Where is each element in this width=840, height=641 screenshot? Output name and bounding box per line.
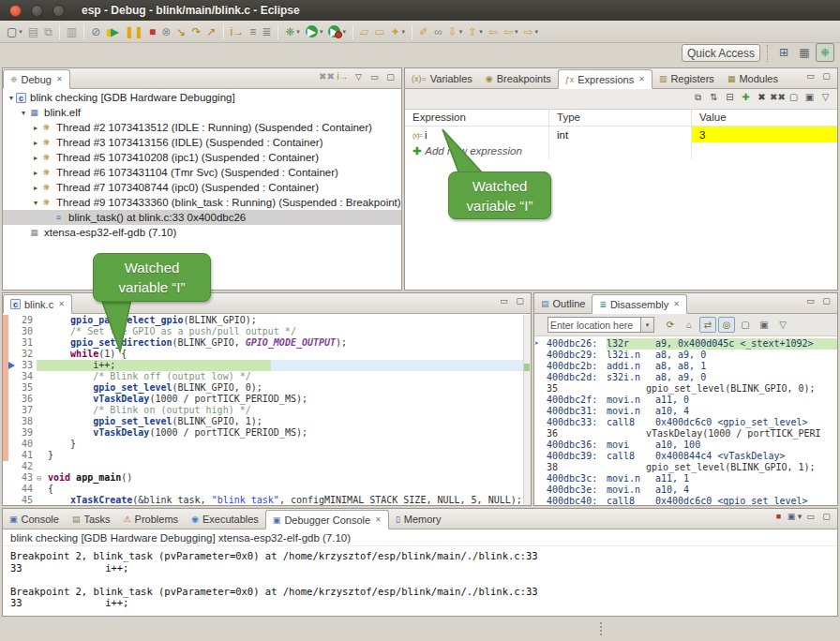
tree-expander-icon[interactable]: ▾: [31, 199, 40, 207]
disassembly-source-line[interactable]: 38gpio_set_level(BLINK_GPIO, 1);: [534, 462, 837, 473]
disassembly-line[interactable]: 400dbc2f:movi.na11, 0: [534, 395, 837, 406]
disconnect-button[interactable]: ⊗: [158, 22, 173, 41]
disassembly-line[interactable]: 400dbc3e:movi.na10, 4: [534, 484, 837, 496]
maximize-icon[interactable]: ▢: [818, 296, 834, 306]
suspend-button[interactable]: ❚❚: [122, 22, 146, 41]
tab-tasks[interactable]: ▤Tasks: [66, 509, 117, 529]
save-all-button[interactable]: ⧉: [41, 22, 55, 41]
code-line[interactable]: 34 /* Blink off (output low) */: [3, 371, 531, 382]
code-line[interactable]: 37 /* Blink on (output high) */: [3, 405, 531, 416]
forward-button[interactable]: ⇨▾: [520, 22, 541, 41]
minimize-icon[interactable]: ▭: [367, 72, 382, 82]
disassembly-line[interactable]: ➤400dbc26:l32ra9, 0x400d045c <_stext+109…: [534, 338, 837, 350]
maximize-icon[interactable]: ▢: [818, 71, 834, 81]
debug-tree-item[interactable]: ▸❋Thread #3 1073413156 (IDLE) (Suspended…: [3, 135, 401, 150]
code-line[interactable]: 45 xTaskCreate(&blink_task, "blink_task"…: [3, 495, 531, 505]
editor-scrollbar[interactable]: [523, 315, 531, 505]
code-line[interactable]: 33 i++;: [3, 360, 531, 371]
tab-blink-c[interactable]: c blink.c ✕: [3, 294, 72, 314]
step-return-button[interactable]: ↗: [203, 22, 218, 41]
vertical-sash[interactable]: [402, 67, 404, 291]
save-button[interactable]: ▤: [25, 22, 41, 41]
tree-expander-icon[interactable]: ▸: [31, 169, 40, 177]
new-view-icon[interactable]: ▢: [786, 92, 802, 103]
next-annotation-button[interactable]: ⇩▾: [445, 22, 466, 41]
run-button[interactable]: ▶▾: [303, 22, 326, 41]
collapse-all-icon[interactable]: ⊟: [722, 92, 738, 103]
tab-debug[interactable]: ❈ Debug ✕: [3, 69, 70, 89]
format-button[interactable]: ✐: [416, 22, 431, 41]
code-line[interactable]: 31 gpio_set_direction(BLINK_GPIO, GPIO_M…: [3, 337, 531, 349]
show-type-names-icon[interactable]: ⧉: [690, 92, 706, 103]
thread-view-icon[interactable]: i→: [335, 71, 351, 82]
expression-row[interactable]: (x)=iint3: [405, 127, 837, 142]
minimize-icon[interactable]: ▭: [496, 296, 512, 306]
tab-outline[interactable]: ▤Outline: [534, 293, 592, 313]
column-type[interactable]: Type: [549, 110, 692, 126]
debug-tree-item[interactable]: ▸❋Thread #7 1073408744 (ipc0) (Suspended…: [3, 180, 401, 195]
window-minimize-button[interactable]: [31, 5, 43, 17]
location-input[interactable]: [548, 317, 641, 333]
last-edit-location-button[interactable]: ⇦: [486, 22, 501, 41]
back-button[interactable]: ⇦▾: [501, 22, 521, 41]
display-selected-console-icon[interactable]: ▣ ▾: [787, 512, 802, 521]
debug-button[interactable]: ❈▾: [282, 22, 303, 41]
debug-tree-item[interactable]: ▾❋Thread #9 1073433360 (blink_task : Run…: [3, 195, 401, 210]
window-close-button[interactable]: [9, 5, 22, 17]
tab-variables[interactable]: (x)=Variables: [405, 68, 479, 88]
code-line[interactable]: 44{: [3, 484, 531, 495]
code-line[interactable]: 36 vTaskDelay(1000 / portTICK_PERIOD_MS)…: [3, 394, 531, 405]
pin-view-icon[interactable]: ▣: [756, 317, 772, 333]
tab-modules[interactable]: ▦Modules: [721, 68, 785, 88]
code-line[interactable]: 29 gpio_pad_select_gpio(BLINK_GPIO);: [3, 315, 531, 326]
new-button[interactable]: ▢▾: [4, 22, 25, 41]
minimize-icon[interactable]: ▭: [802, 296, 818, 306]
column-value[interactable]: Value: [692, 110, 837, 126]
new-cpp-project-button[interactable]: ▱: [357, 22, 371, 41]
sync-selection-icon[interactable]: ◎: [718, 317, 735, 333]
close-icon[interactable]: ✕: [56, 75, 63, 83]
skip-all-breakpoints-button[interactable]: ⊘: [88, 22, 103, 41]
code-line[interactable]: 30 /* Set the GPIO as a push/pull output…: [3, 326, 531, 337]
code-line[interactable]: 41}: [3, 450, 531, 461]
disassembly-line[interactable]: 400dbc33:call80x400dc6c0 <gpio_set_level…: [534, 417, 837, 428]
tree-expander-icon[interactable]: ▾: [7, 94, 16, 102]
debug-tree-item[interactable]: ▸❋Thread #6 1073431104 (Tmr Svc) (Suspen…: [3, 165, 401, 180]
disassembly-line[interactable]: 400dbc29:l32i.na8, a9, 0: [534, 350, 837, 361]
code-line[interactable]: 32 while(1) {: [3, 349, 531, 360]
tab-executables[interactable]: ◉Executables: [185, 509, 265, 529]
close-icon[interactable]: ✕: [673, 300, 680, 308]
disassembly-source-line[interactable]: 36vTaskDelay(1000 / portTICK_PERI: [534, 428, 837, 440]
disassembly-source-line[interactable]: 35gpio_set_level(BLINK_GPIO, 0);: [534, 383, 837, 395]
remove-expression-icon[interactable]: ✖: [754, 92, 770, 103]
code-line[interactable]: 42: [3, 461, 531, 472]
instruction-step-button[interactable]: i→: [228, 22, 248, 41]
debug-tree-item[interactable]: ▸❋Thread #5 1073410208 (ipc1) (Suspended…: [3, 150, 401, 165]
instruction-mode-alt-button[interactable]: ≣: [259, 22, 274, 41]
code-editor[interactable]: 29 gpio_pad_select_gpio(BLINK_GPIO);30 /…: [3, 315, 531, 505]
code-line[interactable]: 40 }: [3, 439, 531, 450]
column-expression[interactable]: Expression: [405, 110, 549, 126]
open-perspective-button[interactable]: ⊞: [774, 43, 793, 62]
fold-marker-icon[interactable]: ⊖: [37, 472, 46, 484]
disassembly-line[interactable]: 400dbc40:call80x400dc6c0 <gpio_set_level…: [534, 496, 837, 505]
previous-annotation-button[interactable]: ⇧▾: [465, 22, 486, 41]
maximize-icon[interactable]: ▢: [818, 512, 834, 521]
show-logical-structure-icon[interactable]: ⇅: [706, 92, 722, 103]
search-button[interactable]: ∞: [431, 22, 445, 41]
track-expression-icon[interactable]: ⇄: [699, 317, 716, 333]
window-maximize-button[interactable]: [52, 5, 65, 17]
quick-access-button[interactable]: Quick Access: [682, 44, 760, 62]
open-project-button[interactable]: ▭: [371, 22, 387, 41]
pin-view-icon[interactable]: ▣: [802, 92, 818, 103]
terminate-button[interactable]: ■: [146, 22, 158, 41]
disassembly-line[interactable]: 400dbc36:movia10, 100: [534, 440, 837, 451]
debug-tree-item[interactable]: ▾▦blink.elf: [3, 105, 401, 120]
resume-button[interactable]: ▶: [103, 22, 122, 41]
tab-problems[interactable]: ⚠Problems: [117, 509, 186, 529]
tab-registers[interactable]: ▥Registers: [652, 68, 721, 88]
disassembly-listing[interactable]: ➤400dbc26:l32ra9, 0x400d045c <_stext+109…: [534, 338, 837, 505]
disassembly-line[interactable]: 400dbc2b:addi.na8, a8, 1: [534, 361, 837, 372]
tree-expander-icon[interactable]: ▾: [19, 109, 28, 117]
home-icon[interactable]: ⌂: [681, 317, 698, 333]
